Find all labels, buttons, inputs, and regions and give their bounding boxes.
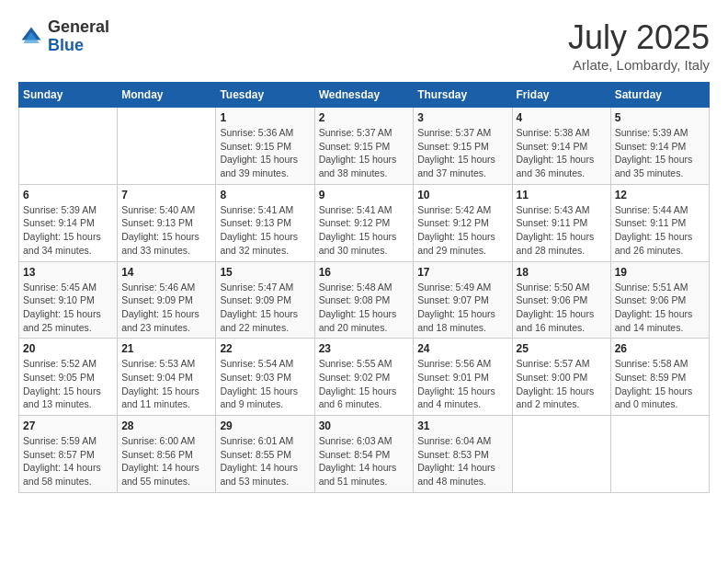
calendar-day-cell: 17Sunrise: 5:49 AM Sunset: 9:07 PM Dayli… [414, 261, 512, 339]
day-detail: Sunrise: 5:59 AM Sunset: 8:57 PM Dayligh… [23, 434, 113, 488]
day-number: 17 [417, 266, 507, 279]
day-number: 1 [220, 111, 310, 124]
logo: General Blue [18, 18, 109, 55]
day-number: 9 [319, 189, 410, 201]
day-detail: Sunrise: 5:52 AM Sunset: 9:05 PM Dayligh… [23, 357, 113, 411]
calendar-day-cell: 21Sunrise: 5:53 AM Sunset: 9:04 PM Dayli… [118, 339, 216, 416]
calendar-day-cell: 22Sunrise: 5:54 AM Sunset: 9:03 PM Dayli… [216, 339, 314, 416]
logo-general: General [48, 17, 109, 36]
day-detail: Sunrise: 5:46 AM Sunset: 9:09 PM Dayligh… [121, 281, 211, 335]
day-detail: Sunrise: 5:39 AM Sunset: 9:14 PM Dayligh… [23, 203, 113, 258]
calendar-day-cell: 29Sunrise: 6:01 AM Sunset: 8:55 PM Dayli… [216, 416, 314, 493]
day-detail: Sunrise: 5:56 AM Sunset: 9:01 PM Dayligh… [417, 357, 507, 411]
logo-blue: Blue [48, 36, 84, 54]
day-detail: Sunrise: 5:47 AM Sunset: 9:09 PM Dayligh… [220, 281, 310, 335]
day-number: 30 [319, 419, 410, 432]
calendar-week-row: 6Sunrise: 5:39 AM Sunset: 9:14 PM Daylig… [19, 184, 710, 261]
day-number: 21 [121, 342, 211, 355]
calendar-day-cell: 11Sunrise: 5:43 AM Sunset: 9:11 PM Dayli… [512, 184, 610, 261]
weekday-header: Thursday [414, 83, 512, 108]
calendar-day-cell: 26Sunrise: 5:58 AM Sunset: 8:59 PM Dayli… [610, 339, 709, 416]
month-title: July 2025 [568, 18, 710, 57]
calendar-day-cell: 19Sunrise: 5:51 AM Sunset: 9:06 PM Dayli… [610, 261, 709, 339]
day-number: 29 [220, 419, 310, 432]
day-number: 19 [615, 266, 705, 279]
page-header: General Blue July 2025 Arlate, Lombardy,… [18, 18, 710, 73]
calendar-day-cell [512, 416, 610, 493]
day-number: 15 [220, 266, 310, 279]
calendar-day-cell: 12Sunrise: 5:44 AM Sunset: 9:11 PM Dayli… [610, 184, 709, 261]
day-detail: Sunrise: 5:37 AM Sunset: 9:15 PM Dayligh… [319, 126, 410, 180]
calendar-day-cell: 24Sunrise: 5:56 AM Sunset: 9:01 PM Dayli… [414, 339, 512, 416]
day-detail: Sunrise: 5:44 AM Sunset: 9:11 PM Dayligh… [615, 203, 705, 258]
weekday-header: Sunday [19, 83, 118, 108]
day-detail: Sunrise: 5:36 AM Sunset: 9:15 PM Dayligh… [220, 126, 310, 180]
calendar-table: SundayMondayTuesdayWednesdayThursdayFrid… [18, 82, 710, 493]
logo-icon [18, 24, 44, 50]
weekday-header: Tuesday [216, 83, 314, 108]
calendar-day-cell: 18Sunrise: 5:50 AM Sunset: 9:06 PM Dayli… [512, 261, 610, 339]
calendar-day-cell: 23Sunrise: 5:55 AM Sunset: 9:02 PM Dayli… [314, 339, 414, 416]
day-number: 28 [121, 419, 211, 432]
day-detail: Sunrise: 6:01 AM Sunset: 8:55 PM Dayligh… [220, 434, 310, 488]
day-detail: Sunrise: 5:53 AM Sunset: 9:04 PM Dayligh… [121, 357, 211, 411]
calendar-day-cell [610, 416, 709, 493]
calendar-day-cell: 5Sunrise: 5:39 AM Sunset: 9:14 PM Daylig… [610, 108, 709, 185]
day-number: 2 [319, 111, 410, 124]
day-detail: Sunrise: 5:49 AM Sunset: 9:07 PM Dayligh… [417, 281, 507, 335]
day-number: 8 [220, 189, 310, 201]
location-subtitle: Arlate, Lombardy, Italy [568, 57, 710, 73]
calendar-day-cell: 3Sunrise: 5:37 AM Sunset: 9:15 PM Daylig… [414, 108, 512, 185]
day-number: 12 [615, 189, 705, 201]
header-row: SundayMondayTuesdayWednesdayThursdayFrid… [19, 83, 710, 108]
calendar-day-cell [118, 108, 216, 185]
calendar-day-cell: 31Sunrise: 6:04 AM Sunset: 8:53 PM Dayli… [414, 416, 512, 493]
calendar-day-cell: 27Sunrise: 5:59 AM Sunset: 8:57 PM Dayli… [19, 416, 118, 493]
weekday-header: Saturday [610, 83, 709, 108]
calendar-week-row: 13Sunrise: 5:45 AM Sunset: 9:10 PM Dayli… [19, 261, 710, 339]
logo-text: General Blue [48, 18, 109, 55]
calendar-day-cell: 28Sunrise: 6:00 AM Sunset: 8:56 PM Dayli… [118, 416, 216, 493]
day-number: 26 [615, 342, 705, 355]
day-number: 27 [23, 419, 113, 432]
day-number: 11 [517, 189, 607, 201]
day-detail: Sunrise: 5:39 AM Sunset: 9:14 PM Dayligh… [615, 126, 705, 180]
day-detail: Sunrise: 5:57 AM Sunset: 9:00 PM Dayligh… [517, 357, 607, 411]
day-detail: Sunrise: 6:03 AM Sunset: 8:54 PM Dayligh… [319, 434, 410, 488]
calendar-day-cell: 8Sunrise: 5:41 AM Sunset: 9:13 PM Daylig… [216, 184, 314, 261]
day-number: 25 [517, 342, 607, 355]
calendar-day-cell: 13Sunrise: 5:45 AM Sunset: 9:10 PM Dayli… [19, 261, 118, 339]
day-number: 14 [121, 266, 211, 279]
day-detail: Sunrise: 5:54 AM Sunset: 9:03 PM Dayligh… [220, 357, 310, 411]
calendar-day-cell: 6Sunrise: 5:39 AM Sunset: 9:14 PM Daylig… [19, 184, 118, 261]
day-number: 13 [23, 266, 113, 279]
calendar-day-cell: 4Sunrise: 5:38 AM Sunset: 9:14 PM Daylig… [512, 108, 610, 185]
day-detail: Sunrise: 5:55 AM Sunset: 9:02 PM Dayligh… [319, 357, 410, 411]
day-detail: Sunrise: 6:04 AM Sunset: 8:53 PM Dayligh… [417, 434, 507, 488]
calendar-day-cell: 7Sunrise: 5:40 AM Sunset: 9:13 PM Daylig… [118, 184, 216, 261]
calendar-day-cell: 16Sunrise: 5:48 AM Sunset: 9:08 PM Dayli… [314, 261, 414, 339]
day-number: 23 [319, 342, 410, 355]
calendar-day-cell [19, 108, 118, 185]
day-number: 20 [23, 342, 113, 355]
day-number: 16 [319, 266, 410, 279]
calendar-week-row: 20Sunrise: 5:52 AM Sunset: 9:05 PM Dayli… [19, 339, 710, 416]
weekday-header: Wednesday [314, 83, 414, 108]
day-number: 22 [220, 342, 310, 355]
calendar-day-cell: 14Sunrise: 5:46 AM Sunset: 9:09 PM Dayli… [118, 261, 216, 339]
day-detail: Sunrise: 5:41 AM Sunset: 9:13 PM Dayligh… [220, 203, 310, 258]
day-detail: Sunrise: 6:00 AM Sunset: 8:56 PM Dayligh… [121, 434, 211, 488]
day-detail: Sunrise: 5:45 AM Sunset: 9:10 PM Dayligh… [23, 281, 113, 335]
weekday-header: Monday [118, 83, 216, 108]
day-detail: Sunrise: 5:58 AM Sunset: 8:59 PM Dayligh… [615, 357, 705, 411]
weekday-header: Friday [512, 83, 610, 108]
day-number: 5 [615, 111, 705, 124]
day-detail: Sunrise: 5:38 AM Sunset: 9:14 PM Dayligh… [517, 126, 607, 180]
day-detail: Sunrise: 5:48 AM Sunset: 9:08 PM Dayligh… [319, 281, 410, 335]
calendar-day-cell: 9Sunrise: 5:41 AM Sunset: 9:12 PM Daylig… [314, 184, 414, 261]
day-detail: Sunrise: 5:51 AM Sunset: 9:06 PM Dayligh… [615, 281, 705, 335]
title-block: July 2025 Arlate, Lombardy, Italy [568, 18, 710, 73]
calendar-day-cell: 15Sunrise: 5:47 AM Sunset: 9:09 PM Dayli… [216, 261, 314, 339]
day-detail: Sunrise: 5:43 AM Sunset: 9:11 PM Dayligh… [517, 203, 607, 258]
calendar-day-cell: 25Sunrise: 5:57 AM Sunset: 9:00 PM Dayli… [512, 339, 610, 416]
